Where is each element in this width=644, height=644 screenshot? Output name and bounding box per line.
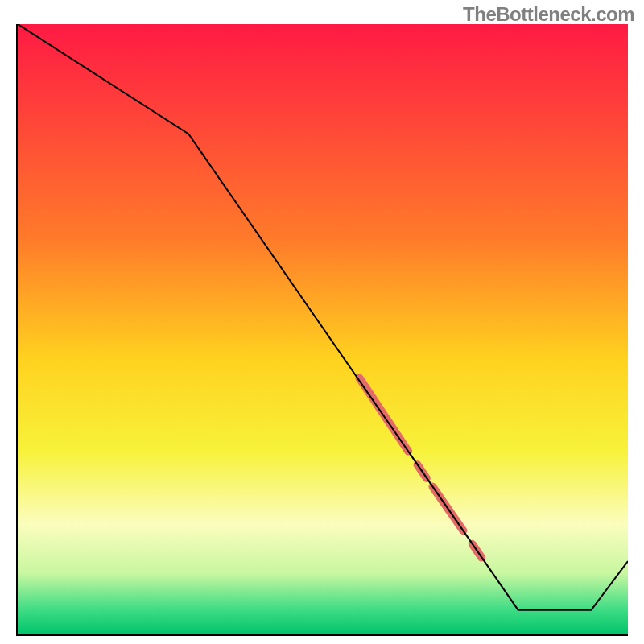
chart-area [16,24,628,636]
watermark-text: TheBottleneck.com [463,3,634,26]
chart-svg [18,24,628,634]
